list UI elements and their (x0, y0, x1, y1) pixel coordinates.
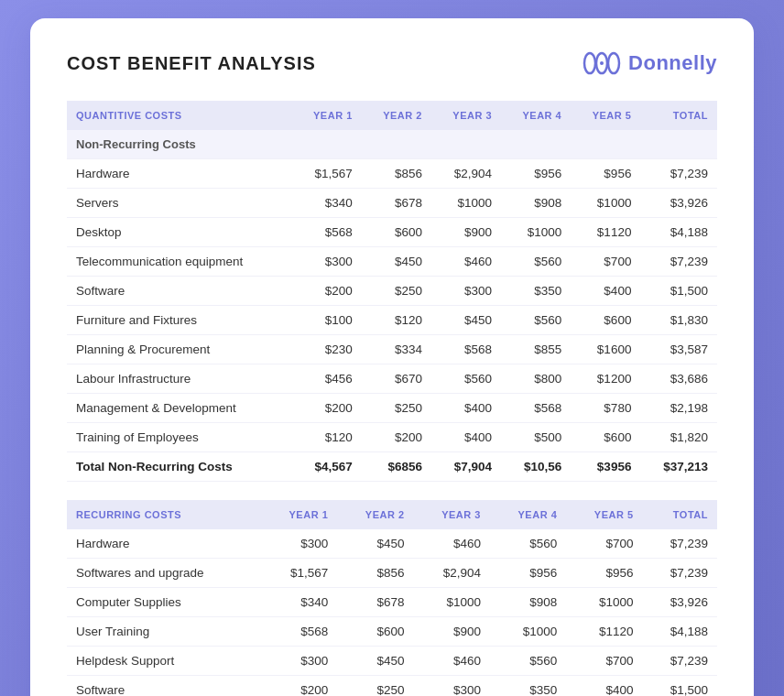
row-total: $3,686 (640, 364, 717, 394)
row-y3: $900 (414, 617, 490, 647)
col-header-y4-2: YEAR 4 (490, 500, 566, 529)
row-y4: $855 (501, 335, 571, 364)
table-row: Telecommunication equipment $300 $450 $4… (67, 247, 717, 277)
row-label: Hardware (67, 159, 292, 189)
main-card: COST BENEFIT ANALYSIS Donnelly QUANTITIV… (30, 18, 754, 696)
row-total: $4,188 (643, 617, 717, 647)
row-y2: $670 (362, 364, 431, 394)
row-total: $7,239 (640, 247, 717, 277)
row-y4: $350 (501, 277, 571, 306)
col-header-recurring: RECURRING COSTS (67, 500, 261, 529)
row-y5: $700 (571, 247, 640, 277)
row-y1: $200 (292, 394, 362, 423)
subheader-y5 (571, 130, 640, 159)
row-y5: $1120 (571, 218, 640, 247)
row-y5: $600 (571, 306, 640, 335)
row-y5: $1000 (566, 588, 642, 617)
table-row: Planning & Procurement $230 $334 $568 $8… (67, 335, 717, 364)
col-header-y3-2: YEAR 3 (414, 500, 490, 529)
svg-point-2 (608, 53, 619, 73)
table-row: Servers $340 $678 $1000 $908 $1000 $3,92… (67, 189, 717, 218)
row-y1: $300 (292, 247, 362, 277)
row-y3: $1000 (414, 588, 490, 617)
card-header: COST BENEFIT ANALYSIS Donnelly (67, 51, 717, 75)
row-y4: $1000 (501, 218, 571, 247)
row-y3: $568 (431, 335, 501, 364)
row-y4: $956 (501, 159, 571, 189)
row-total: $3,587 (640, 335, 717, 364)
row-y5: $780 (571, 394, 640, 423)
row-y3: $300 (431, 277, 501, 306)
row-label: Management & Development (67, 394, 292, 423)
row-y4: $560 (490, 529, 566, 559)
col-header-y2-2: YEAR 2 (337, 500, 413, 529)
row-y2: $334 (362, 335, 431, 364)
row-y5: $700 (566, 529, 642, 559)
total-y2: $6856 (362, 452, 431, 482)
row-total: $7,239 (640, 159, 717, 189)
row-total: $7,239 (643, 559, 717, 588)
row-y4: $560 (501, 306, 571, 335)
row-y1: $568 (292, 218, 362, 247)
row-y5: $400 (566, 676, 642, 697)
row-y1: $340 (292, 189, 362, 218)
col-header-total-2: TOTAL (643, 500, 717, 529)
svg-point-3 (600, 61, 604, 65)
row-total: $4,188 (640, 218, 717, 247)
row-y2: $450 (337, 647, 413, 676)
row-y3: $460 (431, 247, 501, 277)
row-y5: $400 (571, 277, 640, 306)
row-y2: $250 (362, 394, 431, 423)
col-header-y3-1: YEAR 3 (431, 101, 501, 130)
row-y5: $956 (566, 559, 642, 588)
row-label: Softwares and upgrade (67, 559, 261, 588)
table-row: Labour Infrastructure $456 $670 $560 $80… (67, 364, 717, 394)
row-y3: $400 (431, 423, 501, 452)
row-y2: $856 (337, 559, 413, 588)
logo: Donnelly (583, 51, 717, 75)
row-y2: $600 (362, 218, 431, 247)
row-y3: $300 (414, 676, 490, 697)
row-y2: $450 (337, 529, 413, 559)
table-row: Furniture and Fixtures $100 $120 $450 $5… (67, 306, 717, 335)
row-y3: $2,904 (414, 559, 490, 588)
row-y4: $560 (501, 247, 571, 277)
row-y3: $460 (414, 647, 490, 676)
row-y5: $1120 (566, 617, 642, 647)
logo-icon (583, 51, 621, 75)
page-title: COST BENEFIT ANALYSIS (67, 53, 316, 74)
col-header-quantitive: QUANTITIVE COSTS (67, 101, 292, 130)
row-y5: $600 (571, 423, 640, 452)
row-y4: $560 (490, 647, 566, 676)
row-label: Telecommunication equipment (67, 247, 292, 277)
col-header-total-1: TOTAL (640, 101, 717, 130)
row-y1: $200 (292, 277, 362, 306)
row-y1: $100 (292, 306, 362, 335)
quantitive-costs-table: QUANTITIVE COSTS YEAR 1 YEAR 2 YEAR 3 YE… (67, 101, 717, 482)
row-y3: $1000 (431, 189, 501, 218)
row-y1: $230 (292, 335, 362, 364)
row-y1: $300 (261, 529, 337, 559)
subheader-y1 (292, 130, 362, 159)
svg-point-0 (584, 53, 595, 73)
row-y5: $1200 (571, 364, 640, 394)
subheader-row: Non-Recurring Costs (67, 130, 717, 159)
total-y4: $10,56 (501, 452, 571, 482)
table-row: Hardware $300 $450 $460 $560 $700 $7,239 (67, 529, 717, 559)
row-total: $1,830 (640, 306, 717, 335)
row-label: Software (67, 277, 292, 306)
table-row: Hardware $1,567 $856 $2,904 $956 $956 $7… (67, 159, 717, 189)
row-y1: $200 (261, 676, 337, 697)
table-row: Training of Employees $120 $200 $400 $50… (67, 423, 717, 452)
row-y1: $120 (292, 423, 362, 452)
col-header-y4-1: YEAR 4 (501, 101, 571, 130)
total-total: $37,213 (640, 452, 717, 482)
subheader-label: Non-Recurring Costs (67, 130, 292, 159)
col-header-y2-1: YEAR 2 (362, 101, 431, 130)
recurring-costs-table: RECURRING COSTS YEAR 1 YEAR 2 YEAR 3 YEA… (67, 500, 717, 696)
row-y5: $700 (566, 647, 642, 676)
subheader-y4 (501, 130, 571, 159)
row-label: Helpdesk Support (67, 647, 261, 676)
row-y1: $568 (261, 617, 337, 647)
row-total: $1,500 (640, 277, 717, 306)
